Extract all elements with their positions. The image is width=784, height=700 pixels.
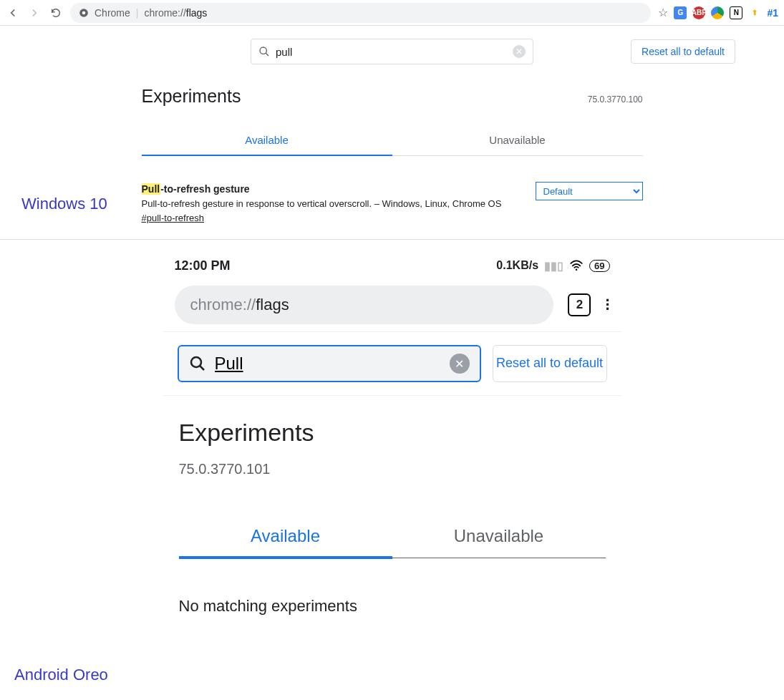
addr-scheme: chrome:// [144,7,185,19]
search-icon [189,355,206,372]
tabs: Available Unavailable [142,125,643,156]
flags-page-mobile: 12:00 PM 0.1KB/s ▮▮▯ 69 chrome://flags 2… [163,253,621,623]
menu-icon[interactable]: ··· [605,298,609,311]
no-results-text: No matching experiments [179,597,606,616]
ext-translate-icon[interactable]: G [674,6,687,19]
forward-icon[interactable] [27,6,42,20]
tab-available[interactable]: Available [142,125,392,156]
reload-icon[interactable] [49,6,63,20]
ext-misc-icon[interactable]: ⬆ [748,6,761,19]
tab-unavailable[interactable]: Unavailable [392,125,643,155]
mobile-omnibox-row: chrome://flags 2 ··· [163,278,621,331]
tab-available[interactable]: Available [179,516,392,559]
svg-point-1 [82,11,86,14]
os-label-windows: Windows 10 [21,195,107,213]
window-badge[interactable]: #1 [767,7,778,19]
mobile-address-bar[interactable]: chrome://flags [175,286,554,324]
browser-toolbar: Chrome | chrome://flags ☆ G ABP N ⬆ #1 [0,0,784,26]
svg-point-3 [576,269,578,271]
ext-notion-icon[interactable]: N [730,6,742,19]
address-bar[interactable]: Chrome | chrome://flags [70,3,651,23]
ext-drive-icon[interactable] [711,6,724,19]
ext-adblock-icon[interactable]: ABP [692,6,705,19]
clear-search-icon[interactable]: ✕ [450,354,470,374]
mobile-flags-search[interactable]: ✕ [178,345,481,382]
site-icon [79,8,89,18]
version-label: 75.0.3770.100 [588,94,643,104]
tab-unavailable[interactable]: Unavailable [392,516,606,558]
wifi-icon [569,260,584,271]
back-icon[interactable] [6,6,20,20]
star-icon[interactable]: ☆ [658,6,668,19]
flag-title: Pull-to-refresh gesture [142,182,507,197]
status-time: 12:00 PM [175,258,231,273]
mobile-status-bar: 12:00 PM 0.1KB/s ▮▮▯ 69 [163,253,621,278]
reset-button[interactable]: Reset all to default [631,39,735,64]
battery-icon: 69 [589,260,609,272]
addr-path: flags [186,7,208,19]
svg-point-2 [260,47,266,54]
tabs: Available Unavailable [179,516,606,558]
addr-origin: Chrome [95,7,130,19]
flag-item: Pull-to-refresh gesture Pull-to-refresh … [142,182,643,225]
mobile-search-input[interactable] [215,354,441,374]
flags-search[interactable]: ✕ [251,39,533,64]
flags-search-input[interactable] [276,46,507,58]
flags-page-desktop: ✕ Reset all to default Experiments 75.0.… [0,26,784,240]
signal-icon: ▮▮▯ [544,259,563,273]
flag-description: Pull-to-refresh gesture in response to v… [142,197,507,211]
svg-point-4 [191,357,201,367]
clear-search-icon[interactable]: ✕ [513,45,526,58]
status-net: 0.1KB/s [496,259,538,272]
flag-dropdown[interactable]: Default [536,182,643,200]
flag-anchor-link[interactable]: #pull-to-refresh [142,213,204,223]
tab-count-button[interactable]: 2 [568,293,591,316]
page-title: Experiments [179,419,606,447]
reset-button[interactable]: Reset all to default [493,345,607,382]
page-title: Experiments [142,86,241,107]
extensions-area: ☆ G ABP N ⬆ #1 [658,6,778,19]
search-icon [258,46,270,57]
version-label: 75.0.3770.101 [179,461,606,477]
